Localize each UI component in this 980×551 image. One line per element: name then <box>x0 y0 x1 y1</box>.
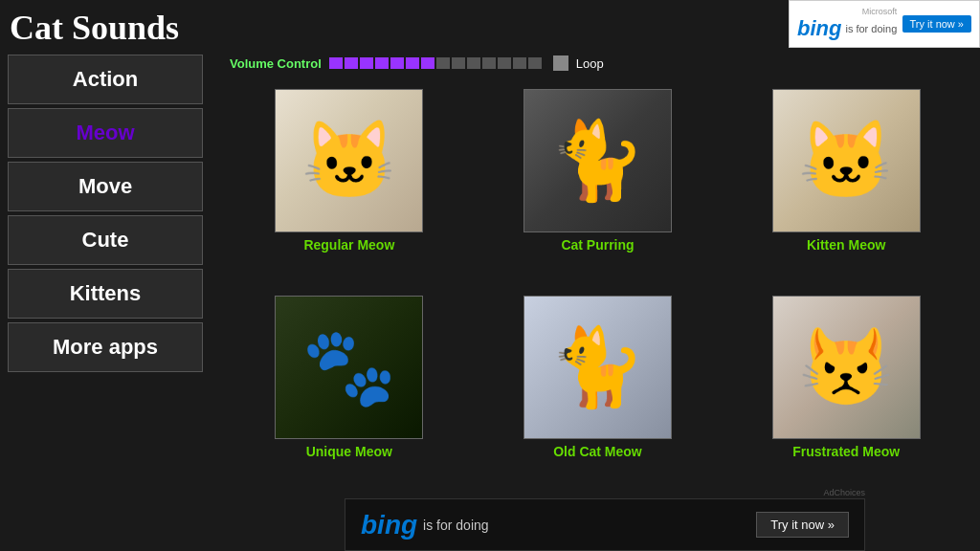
cat-image-old-cat-meow <box>523 296 672 439</box>
cat-image-regular-meow <box>275 89 423 232</box>
cat-item-cat-purring[interactable]: Cat Purring <box>481 89 715 280</box>
bing-logo-bottom: bing <box>361 510 417 540</box>
cat-label-old-cat-meow: Old Cat Meow <box>553 444 642 459</box>
sidebar-item-cute[interactable]: Cute <box>8 215 203 265</box>
vol-seg-4 <box>375 57 389 69</box>
cat-image-unique-meow <box>275 296 423 439</box>
cat-label-kitten-meow: Kitten Meow <box>807 237 885 253</box>
cat-image-frustrated-meow <box>772 296 921 439</box>
app-title: Cat Sounds <box>10 8 179 48</box>
vol-seg-13 <box>513 57 526 69</box>
loop-checkbox[interactable] <box>553 55 568 71</box>
sidebar-item-more-apps[interactable]: More apps <box>8 322 203 372</box>
bing-tagline-bottom: is for doing <box>423 518 488 533</box>
cat-label-unique-meow: Unique Meow <box>306 444 392 459</box>
sidebar-item-kittens[interactable]: Kittens <box>8 269 203 319</box>
volume-bar[interactable] <box>329 57 542 69</box>
vol-seg-7 <box>421 57 434 69</box>
vol-seg-1 <box>329 57 343 69</box>
cat-label-frustrated-meow: Frustrated Meow <box>792 444 900 459</box>
cat-image-kitten-meow <box>772 89 921 232</box>
vol-seg-9 <box>452 57 465 69</box>
cat-image-cat-purring <box>523 89 672 232</box>
loop-label: Loop <box>576 56 604 71</box>
volume-label: Volume Control <box>230 56 322 71</box>
sidebar-item-meow[interactable]: Meow <box>8 108 203 158</box>
vol-seg-8 <box>436 57 450 69</box>
vol-seg-14 <box>528 57 542 69</box>
vol-seg-10 <box>467 57 480 69</box>
cat-label-cat-purring: Cat Purring <box>561 237 634 253</box>
cat-grid: Regular Meow Cat Purring Kitten Meow Uni… <box>225 81 970 494</box>
bing-logo-top: bing <box>797 17 841 40</box>
volume-section: Volume Control Loop <box>230 55 604 71</box>
bing-ad-top: Microsoft bing is for doing Try it now » <box>789 0 980 48</box>
bing-try-button-top[interactable]: Try it now » <box>902 15 971 33</box>
vol-seg-3 <box>360 57 373 69</box>
vol-seg-12 <box>498 57 511 69</box>
vol-seg-2 <box>345 57 358 69</box>
cat-item-regular-meow[interactable]: Regular Meow <box>233 89 466 280</box>
sidebar-item-move[interactable]: Move <box>8 162 203 211</box>
vol-seg-6 <box>406 57 419 69</box>
cat-item-kitten-meow[interactable]: Kitten Meow <box>729 89 963 280</box>
vol-seg-5 <box>390 57 404 69</box>
cat-item-frustrated-meow[interactable]: Frustrated Meow <box>729 296 963 487</box>
ad-small-label: AdChoices <box>823 488 865 497</box>
vol-seg-11 <box>482 57 496 69</box>
cat-item-unique-meow[interactable]: Unique Meow <box>233 296 466 487</box>
sidebar: Action Meow Move Cute Kittens More apps <box>0 51 211 376</box>
sidebar-item-action[interactable]: Action <box>8 55 203 104</box>
cat-label-regular-meow: Regular Meow <box>303 237 394 253</box>
bing-tagline-top: is for doing <box>845 23 897 34</box>
bing-try-button-bottom[interactable]: Try it now » <box>756 512 849 538</box>
bing-ad-bottom: bing is for doing Try it now » <box>345 498 865 551</box>
cat-item-old-cat-meow[interactable]: Old Cat Meow <box>481 296 715 487</box>
